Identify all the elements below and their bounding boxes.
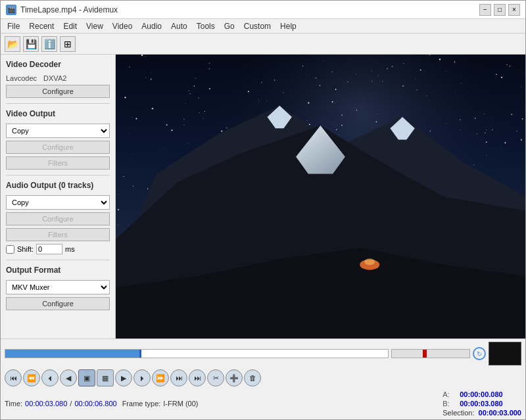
shift-row: Shift: ms — [6, 244, 110, 254]
bottom-controls: ↻ ⏮ ⏪ ⏴ ◀ ▣ ▦ ▶ ⏵ ⏩ ⏭ ⏭ ✂ ➕ 🗑 Time: 00:0… — [1, 338, 525, 419]
right-info: A: 00:00:00.080 B: 00:00:03.080 Selectio… — [442, 390, 521, 417]
codec-name: Lavcodec — [6, 74, 37, 82]
frame-type-status: Frame type: I-FRM (00) — [122, 400, 199, 408]
minimize-button[interactable]: − — [479, 4, 491, 16]
video-decoder-title: Video Decoder — [6, 60, 110, 69]
maximize-button[interactable]: □ — [494, 4, 506, 16]
video-output-title: Video Output — [6, 109, 110, 118]
mini-timeline-marker — [423, 350, 427, 358]
properties-button[interactable]: ⊞ — [60, 36, 76, 52]
video-output-select-row: Copy H.264 MPEG-4 AVC — [6, 124, 110, 138]
menu-recent[interactable]: Recent — [25, 20, 58, 32]
save-file-button[interactable]: 💾 — [23, 36, 39, 52]
timeline-marker — [139, 350, 141, 358]
video-output-filters-button[interactable]: Filters — [6, 156, 110, 170]
shift-value-input[interactable] — [36, 244, 62, 254]
selection-time: 00:00:03.000 — [479, 409, 521, 417]
menu-tools[interactable]: Tools — [193, 20, 219, 32]
menu-file[interactable]: File — [3, 20, 24, 32]
video-decoder-configure-button[interactable]: Configure — [6, 85, 110, 98]
audio-output-section: Audio Output (0 tracks) Copy AAC MP3 Con… — [6, 181, 110, 254]
audio-output-configure-button[interactable]: Configure — [6, 212, 110, 225]
a-time-row: A: 00:00:00.080 — [442, 390, 502, 398]
divider-1 — [6, 103, 110, 104]
info-button[interactable]: ℹ️ — [41, 36, 57, 52]
video-decoder-section: Video Decoder Lavcodec DXVA2 Configure — [6, 60, 110, 98]
step-back-button[interactable]: ◀ — [60, 369, 77, 386]
shift-unit: ms — [65, 245, 75, 253]
a-time: 00:00:00.080 — [460, 390, 502, 398]
app-icon: 🎬 — [6, 5, 16, 15]
menu-view[interactable]: View — [82, 20, 107, 32]
play-button[interactable]: ⏵ — [133, 369, 151, 386]
step-forward-button[interactable]: ▶ — [115, 369, 132, 386]
menu-help[interactable]: Help — [276, 20, 300, 32]
title-bar: 🎬 TimeLapse.mp4 - Avidemux − □ × — [1, 1, 525, 19]
output-format-configure-button[interactable]: Configure — [6, 297, 110, 310]
loop-button[interactable]: ↻ — [473, 347, 486, 360]
menu-video[interactable]: Video — [108, 20, 136, 32]
menu-audio[interactable]: Audio — [137, 20, 166, 32]
frame-type-value: I-FRM (00) — [163, 400, 198, 408]
title-bar-left: 🎬 TimeLapse.mp4 - Avidemux — [6, 5, 118, 15]
mini-timeline[interactable] — [391, 349, 470, 358]
b-time: 00:00:03.080 — [460, 400, 502, 408]
close-button[interactable]: × — [508, 4, 520, 16]
rewind-button[interactable]: ⏴ — [41, 369, 59, 386]
divider-3 — [6, 260, 110, 260]
total-time: 00:00:06.800 — [74, 400, 116, 408]
menu-custom[interactable]: Custom — [240, 20, 275, 32]
fast-forward-button[interactable]: ⏩ — [152, 369, 169, 386]
window-title: TimeLapse.mp4 - Avidemux — [20, 5, 118, 14]
output-format-select[interactable]: MKV Muxer MP4 Muxer AVI Muxer — [6, 280, 110, 294]
segment-add-button[interactable]: ➕ — [226, 369, 243, 386]
main-window: 🎬 TimeLapse.mp4 - Avidemux − □ × File Re… — [0, 0, 526, 420]
mark-out-button[interactable]: ▦ — [97, 369, 114, 386]
menu-go[interactable]: Go — [220, 20, 239, 32]
b-time-row: B: 00:00:03.080 — [442, 400, 502, 408]
main-content: Video Decoder Lavcodec DXVA2 Configure V… — [1, 55, 525, 338]
current-time: 00:00:03.080 — [25, 400, 67, 408]
mark-in-button[interactable]: ▣ — [78, 369, 95, 386]
go-to-start-button[interactable]: ⏮ — [5, 369, 22, 386]
audio-output-select[interactable]: Copy AAC MP3 — [6, 195, 110, 210]
video-output-section: Video Output Copy H.264 MPEG-4 AVC Confi… — [6, 109, 110, 170]
selection-label: Selection: — [442, 409, 474, 417]
left-panel: Video Decoder Lavcodec DXVA2 Configure V… — [1, 55, 116, 338]
menu-auto[interactable]: Auto — [167, 20, 191, 32]
go-to-end-button[interactable]: ⏭ — [189, 369, 206, 386]
segment-save-button[interactable]: ✂ — [207, 369, 224, 386]
status-bar: Time: 00:00:03.080 / 00:00:06.800 Frame … — [1, 389, 525, 419]
frame-type-label: Frame type: — [122, 400, 161, 408]
menu-bar: File Recent Edit View Video Audio Auto T… — [1, 19, 525, 34]
audio-output-select-row: Copy AAC MP3 — [6, 195, 110, 210]
shift-label: Shift: — [17, 245, 34, 253]
playback-row: ⏮ ⏪ ⏴ ◀ ▣ ▦ ▶ ⏵ ⏩ ⏭ ⏭ ✂ ➕ 🗑 — [1, 368, 525, 389]
small-video-preview — [489, 342, 521, 365]
video-output-select[interactable]: Copy H.264 MPEG-4 AVC — [6, 124, 110, 138]
codec-type: DXVA2 — [43, 74, 66, 82]
shift-checkbox[interactable] — [6, 245, 14, 254]
timeline-bar[interactable] — [5, 349, 389, 358]
next-keyframe-button[interactable]: ⏭ — [170, 369, 187, 386]
audio-output-title: Audio Output (0 tracks) — [6, 181, 110, 190]
output-format-select-row: MKV Muxer MP4 Muxer AVI Muxer — [6, 280, 110, 294]
toolbar: 📂 💾 ℹ️ ⊞ — [1, 34, 525, 55]
output-format-title: Output Format — [6, 266, 110, 275]
prev-keyframe-button[interactable]: ⏪ — [23, 369, 40, 386]
title-bar-controls: − □ × — [479, 4, 520, 16]
menu-edit[interactable]: Edit — [59, 20, 81, 32]
video-area — [116, 55, 525, 338]
divider-2 — [6, 175, 110, 175]
a-label: A: — [442, 390, 456, 398]
codec-info: Lavcodec DXVA2 — [6, 74, 110, 82]
right-panel — [116, 55, 525, 338]
video-canvas — [116, 55, 525, 338]
open-file-button[interactable]: 📂 — [5, 36, 20, 52]
segment-clear-button[interactable]: 🗑 — [244, 369, 261, 386]
time-status: Time: 00:00:03.080 / 00:00:06.800 — [5, 400, 117, 408]
selection-row: Selection: 00:00:03.000 — [442, 409, 521, 417]
audio-output-filters-button[interactable]: Filters — [6, 228, 110, 241]
timeline-row: ↻ — [1, 339, 525, 368]
video-output-configure-button[interactable]: Configure — [6, 141, 110, 154]
